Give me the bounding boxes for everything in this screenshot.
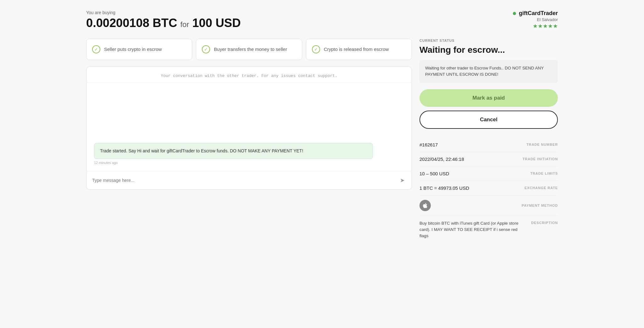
status-title: Waiting for escrow... — [419, 45, 558, 55]
send-icon: ➤ — [400, 177, 405, 183]
trade-initiation-label: TRADE INITIATION — [523, 157, 558, 161]
chat-header-note: Your conversation with the other trader.… — [86, 67, 412, 83]
step-card-3: ✓ Crypto is released from escrow — [306, 39, 412, 60]
trade-initiation-value: 2022/04/25, 22:46:18 — [419, 156, 464, 162]
trade-detail-row-rate: 1 BTC = 49973.05 USD EXCHANGE RATE — [419, 181, 558, 195]
online-indicator — [513, 12, 516, 15]
trade-rate-value: 1 BTC = 49973.05 USD — [419, 185, 469, 191]
chat-input-row: ➤ — [86, 171, 412, 189]
trade-detail-row-initiation: 2022/04/25, 22:46:18 TRADE INITIATION — [419, 152, 558, 167]
send-message-button[interactable]: ➤ — [399, 176, 406, 185]
step-icon-1: ✓ — [92, 45, 100, 53]
trade-details: #162617 TRADE NUMBER 2022/04/25, 22:46:1… — [419, 138, 558, 244]
trade-limits-value: 10 – 500 USD — [419, 171, 449, 176]
header-left: You are buying 0.00200108 BTC for 100 US… — [86, 10, 241, 30]
right-panel: CURRENT STATUS Waiting for escrow... Wai… — [419, 39, 558, 243]
step-label-3: Crypto is released from escrow — [324, 46, 389, 52]
for-word: for — [180, 20, 189, 29]
header-right: giftCardTrader El Salvador ★★★★★ — [513, 10, 558, 30]
trader-location: El Salvador — [513, 17, 558, 22]
step-card-1: ✓ Seller puts crypto in escrow — [86, 39, 192, 60]
cancel-button[interactable]: Cancel — [419, 111, 558, 129]
trade-number-value: #162617 — [419, 142, 438, 147]
payment-method-label: PAYMENT METHOD — [522, 204, 558, 207]
brand-name: giftCardTrader — [513, 10, 558, 17]
description-text: Buy bitcoin BTC with iTunes gift Card (o… — [419, 220, 526, 239]
trade-limits-label: TRADE LIMITS — [530, 172, 558, 175]
chat-message-input[interactable] — [92, 178, 396, 183]
trade-detail-row-limits: 10 – 500 USD TRADE LIMITS — [419, 167, 558, 181]
payment-method-row: PAYMENT METHOD — [419, 195, 558, 216]
trade-title: 0.00200108 BTC for 100 USD — [86, 16, 241, 30]
description-block: Buy bitcoin BTC with iTunes gift Card (o… — [419, 216, 558, 244]
usd-amount: 100 USD — [192, 16, 241, 30]
apple-payment-icon — [419, 200, 431, 211]
mark-as-paid-button[interactable]: Mark as paid — [419, 89, 558, 107]
current-status-label: CURRENT STATUS — [419, 39, 558, 42]
message-bubble: Trade started. Say Hi and wait for giftC… — [94, 143, 373, 159]
message-item: Trade started. Say Hi and wait for giftC… — [94, 143, 404, 165]
chat-container: Your conversation with the other trader.… — [86, 66, 412, 190]
you-are-buying-label: You are buying — [86, 10, 241, 15]
left-panel: ✓ Seller puts crypto in escrow ✓ Buyer t… — [86, 39, 412, 190]
step-icon-3: ✓ — [312, 45, 320, 53]
step-label-2: Buyer transfers the money to seller — [214, 46, 287, 52]
escrow-warning: Waiting for other trader to Escrow Funds… — [419, 60, 558, 83]
step-icon-2: ✓ — [202, 45, 210, 53]
step-card-2: ✓ Buyer transfers the money to seller — [196, 39, 302, 60]
description-label: DESCRIPTION — [531, 221, 558, 225]
step-label-1: Seller puts crypto in escrow — [104, 46, 162, 52]
trade-number-label: TRADE NUMBER — [526, 143, 558, 146]
message-time: 12 minutes ago — [94, 161, 404, 165]
trade-detail-row-number: #162617 TRADE NUMBER — [419, 138, 558, 152]
trade-rate-label: EXCHANGE RATE — [525, 186, 558, 190]
chat-messages: Trade started. Say Hi and wait for giftC… — [86, 83, 412, 171]
page-header: You are buying 0.00200108 BTC for 100 US… — [86, 10, 558, 30]
trader-stars: ★★★★★ — [513, 23, 558, 30]
page-wrapper: You are buying 0.00200108 BTC for 100 US… — [86, 10, 558, 243]
btc-amount: 0.00200108 BTC — [86, 16, 177, 30]
main-layout: ✓ Seller puts crypto in escrow ✓ Buyer t… — [86, 39, 558, 243]
steps-row: ✓ Seller puts crypto in escrow ✓ Buyer t… — [86, 39, 412, 60]
